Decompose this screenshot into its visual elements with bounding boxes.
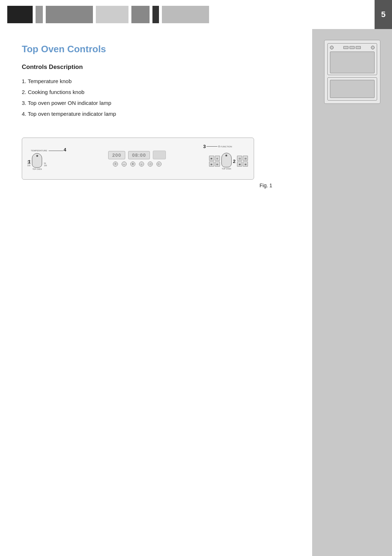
oven-knob-right (371, 46, 375, 49)
header-block-7 (162, 6, 209, 23)
display-time: 08:00 (128, 151, 150, 159)
header-block-2 (36, 6, 43, 23)
func-knob: TOP OVEN (221, 153, 232, 170)
oven-diagram (324, 40, 380, 104)
header-bar: 5 (0, 0, 392, 29)
number-4-label: 4 (64, 147, 66, 152)
list-item-1: 1. Temperature knob (22, 76, 294, 87)
oven-window-top (330, 52, 375, 73)
section-title: Top Oven Controls (22, 44, 294, 55)
indicator-3 (218, 146, 220, 147)
number-3-label: 3 (203, 144, 206, 149)
func-icons-right: ⊡ ⊟ ⊠ ⊞ (237, 156, 248, 167)
page-number: 5 (375, 0, 392, 29)
display-row: 200 08:00 (108, 151, 166, 159)
func-label-area: 3 FUNCTION (203, 144, 232, 149)
temp-label-text: TEMPERATURE 4 (31, 147, 66, 152)
top-oven-label-left: TOP OVEN (32, 168, 42, 170)
oven-knob-left (330, 46, 334, 49)
left-knob-group: TEMPERATURE 4 1 (28, 142, 66, 175)
description-list: 1. Temperature knob 2. Cooking functions… (22, 76, 294, 119)
subsection-title: Controls Description (22, 64, 294, 71)
lower-oven (327, 77, 377, 101)
btn-ok: ☺ (139, 162, 144, 167)
diagram-wrapper: TEMPERATURE 4 1 (22, 138, 294, 188)
temp-knob: 250° 200 150 50 100 TOP OVEN (32, 153, 42, 170)
right-sidebar (312, 29, 392, 556)
btn-power: ① (113, 162, 118, 167)
right-knob-group: 3 FUNCTION ⊠ ⊙ ⊞ ⊟ (208, 142, 248, 175)
header-block-5 (131, 6, 150, 23)
button-row: ① — ⊕ ☺ ◁ ▷ (113, 162, 162, 167)
control-panel-diagram: TEMPERATURE 4 1 (22, 138, 254, 180)
number-2-label: 2 (233, 159, 236, 164)
display-dim (153, 151, 166, 159)
oven-top-controls (330, 46, 375, 49)
header-block-6 (152, 6, 159, 23)
temp-label-line (39, 144, 39, 144)
oven-top-buttons (343, 46, 361, 49)
oven-window-bottom (330, 80, 375, 98)
header-pattern (7, 6, 375, 23)
header-block-1 (7, 6, 33, 23)
top-oven-label-right: TOP OVEN (222, 168, 231, 170)
btn-minus: — (122, 162, 127, 167)
fig-label: Fig. 1 (22, 183, 287, 188)
upper-oven (327, 43, 377, 75)
list-item-4: 4. Top oven temperature indicator lamp (22, 109, 294, 119)
display-section: 200 08:00 ① — ⊕ ☺ ◁ ▷ (68, 142, 206, 175)
list-item-3: 3. Top oven power ON indicator lamp (22, 98, 294, 109)
main-content: Top Oven Controls Controls Description 1… (0, 29, 392, 556)
btn-plus: ⊕ (130, 162, 135, 167)
btn-right: ▷ (156, 162, 162, 167)
list-item-2: 2. Cooking functions knob (22, 87, 294, 98)
header-block-3 (46, 6, 93, 23)
btn-left: ◁ (148, 162, 153, 167)
left-panel: Top Oven Controls Controls Description 1… (0, 29, 312, 556)
panel-row: TEMPERATURE 4 1 (28, 142, 248, 175)
display-temp: 200 (108, 151, 125, 159)
right-controls-row: ⊠ ⊙ ⊞ ⊟ TOP OVEN (209, 153, 248, 170)
knob1-row: 1 250° 200 150 (28, 153, 42, 170)
header-block-4 (96, 6, 128, 23)
func-icons-left: ⊠ ⊙ ⊞ ⊟ (209, 156, 220, 167)
